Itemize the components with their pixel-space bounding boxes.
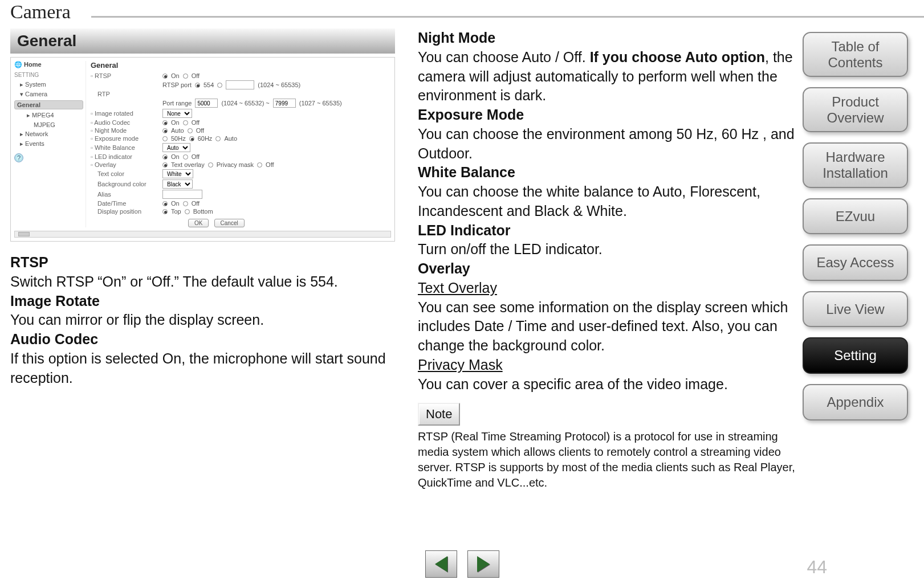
exposure-text: You can choose the environment among 50 …	[418, 125, 803, 164]
ss-audio-off-radio[interactable]	[183, 120, 188, 125]
ss-dt-on-radio[interactable]	[162, 201, 168, 206]
ss-rtsp-port-input[interactable]	[226, 80, 254, 89]
ss-wb-select[interactable]: Auto	[162, 143, 190, 152]
ss-audio-off-label: Off	[192, 119, 200, 126]
ss-nav-mpeg4[interactable]: ▸ MPEG4	[14, 111, 83, 120]
ss-led-on-radio[interactable]	[162, 154, 168, 160]
ss-bgcolor-select[interactable]: Black	[162, 179, 193, 189]
led-heading: LED Indicator	[418, 221, 803, 240]
ss-scrollbar[interactable]	[14, 231, 391, 238]
ss-overlay-mask-label: Privacy mask	[217, 161, 254, 168]
ss-pos-bottom-label: Bottom	[193, 208, 213, 215]
ss-home-label: Home	[24, 61, 42, 68]
ss-dt-off-radio[interactable]	[183, 201, 188, 206]
ss-night-auto-label: Auto	[171, 127, 184, 134]
next-page-button[interactable]	[467, 550, 499, 578]
ss-nav-system[interactable]: ▸ System	[14, 80, 83, 89]
ss-night-off-label: Off	[196, 127, 204, 134]
ss-led-off-radio[interactable]	[183, 154, 188, 160]
nav-live-view[interactable]: Live View	[803, 291, 908, 328]
ss-alias-label: Alias	[91, 191, 159, 198]
note-badge: Note	[418, 403, 460, 426]
ss-rtsp-off-label: Off	[192, 72, 200, 79]
ss-dt-off-label: Off	[192, 200, 200, 207]
side-nav: Table of Contents Product Overview Hardw…	[803, 32, 908, 420]
ss-audio-on-radio[interactable]	[162, 120, 168, 125]
ss-nav-camera[interactable]: ▾ Camera	[14, 89, 83, 99]
ss-nav-events[interactable]: ▸ Events	[14, 139, 83, 149]
night-heading: Night Mode	[418, 28, 803, 48]
ss-rtsp-on-label: On	[171, 72, 180, 79]
ss-overlay-text-label: Text overlay	[171, 161, 205, 168]
ss-nav-network-label: Network	[25, 130, 48, 137]
rotate-text: You can mirror or flip the display scree…	[10, 311, 395, 330]
title-divider	[91, 16, 924, 18]
ss-led-label: LED indicator	[91, 153, 159, 160]
nav-appendix[interactable]: Appendix	[803, 384, 908, 420]
ss-portrange-from[interactable]	[195, 99, 218, 108]
ss-nav-network[interactable]: ▸ Network	[14, 129, 83, 139]
prev-page-button[interactable]	[425, 550, 457, 578]
ss-overlay-off-radio[interactable]	[257, 162, 262, 168]
nav-hardware[interactable]: Hardware Installation	[803, 142, 908, 187]
nav-easy-access[interactable]: Easy Access	[803, 244, 908, 281]
ss-cancel-button[interactable]: Cancel	[214, 219, 245, 227]
nav-ezvuu[interactable]: EZvuu	[803, 198, 908, 235]
ss-form: General RTSPOn Off RTSP port 554 (1024 ~…	[91, 61, 342, 227]
ss-overlay-text-radio[interactable]	[162, 162, 168, 168]
ss-exp-auto-radio[interactable]	[215, 136, 221, 141]
ss-rtsp-port-hint: (1024 ~ 65535)	[258, 81, 300, 88]
ss-night-label: Night Mode	[91, 127, 159, 134]
ss-pos-top-label: Top	[171, 208, 181, 215]
ss-rtsp-on-radio[interactable]	[162, 74, 168, 79]
ss-led-off-label: Off	[192, 153, 200, 160]
note-text: RTSP (Real Time Streaming Protocol) is a…	[418, 429, 803, 491]
ss-exp-50-radio[interactable]	[162, 136, 168, 141]
ss-pos-bottom-radio[interactable]	[185, 209, 190, 214]
ss-portrange-hint-from: (1024 ~ 65532) ~	[221, 100, 269, 107]
ss-nav-mjpeg[interactable]: MJPEG	[14, 120, 83, 129]
ss-home[interactable]: 🌐 Home	[14, 61, 83, 68]
rotate-heading: Image Rotate	[10, 292, 395, 311]
ss-night-off-radio[interactable]	[188, 128, 193, 133]
ss-alias-input[interactable]	[162, 190, 202, 199]
ss-ok-button[interactable]: OK	[188, 219, 209, 227]
nav-setting[interactable]: Setting	[803, 337, 908, 374]
ss-nav-camera-label: Camera	[25, 91, 47, 97]
ss-exp-auto-label: Auto	[224, 135, 237, 142]
arrow-left-icon	[435, 556, 447, 572]
ss-rtsp-port-value: 554	[203, 81, 214, 88]
led-text: Turn on/off the LED indicator.	[418, 240, 803, 259]
ss-imagerot-select[interactable]: None	[162, 109, 192, 118]
ss-rtsp-label: RTSP	[91, 72, 159, 79]
page-number: 44	[807, 557, 827, 578]
ss-dt-on-label: On	[171, 200, 180, 207]
ss-overlay-mask-radio[interactable]	[208, 162, 213, 168]
ss-led-on-label: On	[171, 153, 180, 160]
ss-setting-label: SETTING	[14, 72, 83, 78]
ss-nav: 🌐 Home SETTING ▸ System ▾ Camera General…	[14, 61, 86, 227]
ss-pos-top-radio[interactable]	[162, 209, 168, 214]
nav-overview[interactable]: Product Overview	[803, 87, 908, 132]
overlay-heading: Overlay	[418, 259, 803, 279]
night-text: You can choose Auto / Off. If you choose…	[418, 48, 803, 105]
help-icon[interactable]: ?	[14, 153, 23, 162]
ss-rtsp-off-radio[interactable]	[183, 74, 188, 79]
ss-night-auto-radio[interactable]	[162, 128, 168, 133]
ss-overlay-label: Overlay	[91, 161, 159, 168]
audio-heading: Audio Codec	[10, 330, 395, 349]
ss-nav-general[interactable]: General	[14, 100, 83, 109]
ss-nav-events-label: Events	[25, 140, 44, 147]
nav-toc[interactable]: Table of Contents	[803, 32, 908, 77]
ss-rtsp-port-radio1[interactable]	[195, 83, 200, 88]
ss-portrange-to[interactable]	[273, 99, 296, 108]
ss-rtp-label: RTP	[91, 91, 159, 97]
ss-textcolor-select[interactable]: White	[162, 169, 193, 178]
ss-rtsp-port-radio2[interactable]	[217, 83, 222, 88]
page-title: Camera	[10, 1, 71, 23]
ss-exp-60-radio[interactable]	[189, 136, 194, 141]
rtsp-text: Switch RTSP “On” or “Off.” The default v…	[10, 272, 395, 292]
ss-audio-on-label: On	[171, 119, 180, 126]
ss-rtsp-port-label: RTSP port	[162, 81, 192, 88]
section-header-general: General	[10, 28, 395, 54]
